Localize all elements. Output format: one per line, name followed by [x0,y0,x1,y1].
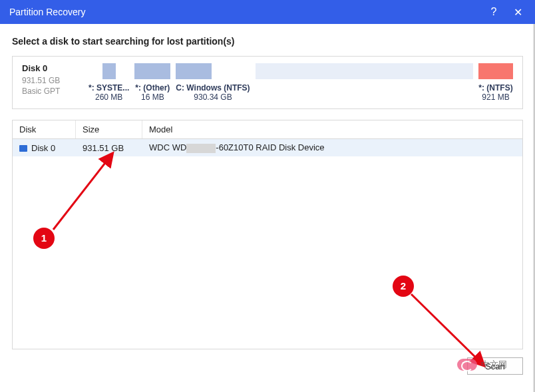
partition-label: *: (Other) [135,83,170,93]
watermark-logo-icon [457,359,477,371]
partition-windows[interactable]: C: Windows (NTFS) 930.34 GB [176,63,250,102]
partition-bar-icon [134,63,170,79]
window-title: Partition Recovery [9,7,482,17]
partition-bars: *: SYSTE... 260 MB *: (Other) 16 MB C: W… [89,63,513,102]
partition-label: *: SYSTE... [89,83,129,93]
col-header-model[interactable]: Model [142,120,522,138]
disk-name: Disk 0 [22,63,79,73]
partition-label: C: Windows (NTFS) [176,83,250,93]
table-header-row: Disk Size Model [13,120,522,139]
redacted-segment [186,144,216,153]
disk-info: Disk 0 931.51 GB Basic GPT [22,63,79,96]
partition-system[interactable]: *: SYSTE... 260 MB [89,63,129,102]
partition-ntfs[interactable]: *: (NTFS) 921 MB [478,63,513,102]
table-empty-area [12,156,523,349]
cell-disk: Disk 0 [13,143,76,153]
model-suffix: -60Z10T0 RAID Disk Device [216,142,324,152]
title-bar: Partition Recovery ? ✕ [0,0,535,24]
disk-scheme: Basic GPT [22,87,79,96]
partition-size: 260 MB [95,93,122,102]
col-header-disk[interactable]: Disk [13,120,76,138]
help-button[interactable]: ? [482,0,506,24]
partition-other[interactable]: *: (Other) 16 MB [134,63,170,102]
partition-size: 921 MB [482,93,509,102]
partition-bar-icon [478,63,513,79]
table-row[interactable]: Disk 0 931.51 GB WDC WD-60Z10T0 RAID Dis… [13,139,522,156]
watermark: 中文网 [457,359,507,371]
disk-total-size: 931.51 GB [22,76,79,85]
cell-model: WDC WD-60Z10T0 RAID Disk Device [142,142,522,153]
partition-bar-icon [102,63,116,79]
content-area: Select a disk to start searching for los… [0,24,535,349]
close-button[interactable]: ✕ [506,0,530,24]
disk-icon [19,145,27,152]
partition-size: 16 MB [141,93,164,102]
disk-table: Disk Size Model Disk 0 931.51 GB WDC WD-… [12,120,523,156]
watermark-text: 中文网 [481,359,507,371]
partition-size: 930.34 GB [194,93,232,102]
partition-bar-icon [176,63,212,79]
col-header-size[interactable]: Size [76,120,142,138]
disk-overview-card[interactable]: Disk 0 931.51 GB Basic GPT *: SYSTE... 2… [12,56,523,109]
cell-disk-text: Disk 0 [31,143,55,153]
cell-size: 931.51 GB [76,143,142,153]
model-prefix: WDC WD [149,142,186,152]
footer: Scan [0,349,535,383]
page-subtitle: Select a disk to start searching for los… [12,36,523,47]
partition-filler-bar [256,63,473,79]
partition-label: *: (NTFS) [478,83,512,93]
